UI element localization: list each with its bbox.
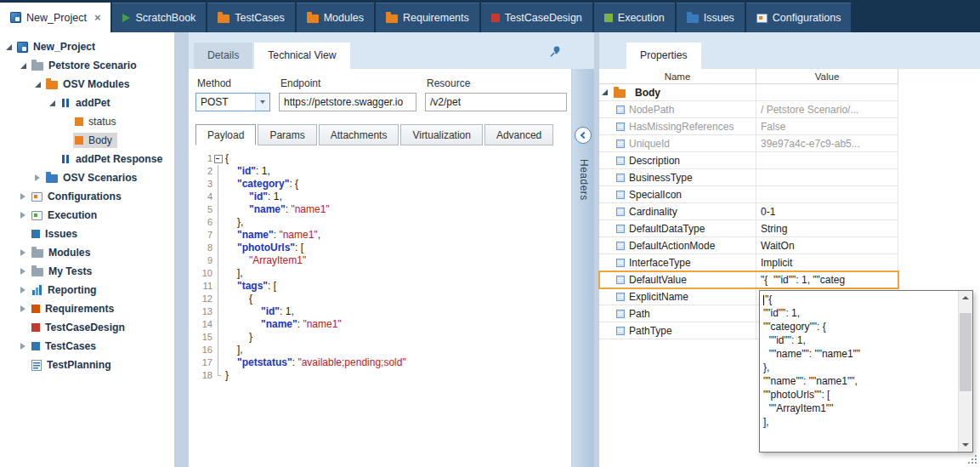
tree-item-execution[interactable]: Execution — [0, 206, 174, 225]
property-row-defaultdatatype[interactable]: DefaultDataType String — [599, 220, 898, 237]
tab-modules[interactable]: Modules — [297, 3, 374, 32]
tree-item-modules[interactable]: Modules — [0, 243, 174, 262]
testcases-icon — [31, 342, 40, 350]
popup-line: ""id"": 1, — [763, 333, 955, 347]
tab-scratchbook[interactable]: ScratchBook — [112, 3, 206, 32]
tab-requirements[interactable]: Requirements — [376, 3, 479, 32]
scrollbar-thumb[interactable] — [960, 313, 972, 391]
outline-marker — [212, 356, 224, 369]
collapse-arrow-icon[interactable] — [18, 304, 28, 314]
tab-technical-view[interactable]: Technical View — [254, 43, 349, 69]
tree-item-petstore-scenario[interactable]: Petstore Scenario — [0, 56, 174, 75]
code-line: ], — [225, 267, 571, 280]
property-row-defaultactionmode[interactable]: DefaultActionMode WaitOn — [599, 237, 898, 254]
expand-panel-button[interactable] — [575, 127, 592, 144]
collapse-arrow-icon[interactable] — [18, 285, 28, 295]
scroll-down-icon[interactable] — [959, 438, 972, 452]
resize-grip[interactable] — [967, 454, 978, 465]
tree-item-osv-scenarios[interactable]: OSV Scenarios — [0, 168, 174, 187]
expand-arrow-icon[interactable] — [47, 98, 57, 108]
tree-item-new-project[interactable]: New_Project — [0, 37, 174, 56]
collapse-arrow-icon[interactable] — [18, 191, 28, 202]
attribute-icon — [616, 191, 625, 199]
tab-params[interactable]: Params — [258, 124, 316, 145]
method-value: POST — [196, 96, 255, 108]
tab-label: Modules — [324, 12, 364, 24]
headers-collapsed-panel[interactable]: Headers — [571, 69, 594, 467]
property-row-defaultvalue[interactable]: DefaultValue "{ ""id"": 1, ""categ — [599, 271, 898, 288]
tab-new-project[interactable]: New_Project × — [0, 3, 110, 32]
tree-item-issues[interactable]: Issues — [0, 225, 174, 243]
popup-scrollbar[interactable] — [958, 291, 972, 452]
tab-attachments[interactable]: Attachments — [319, 124, 399, 145]
line-number: 1 — [195, 152, 212, 165]
line-number: 15 — [195, 331, 212, 344]
property-row-interfacetype[interactable]: InterfaceType Implicit — [599, 254, 898, 271]
tree-item-configurations[interactable]: Configurations — [0, 187, 174, 206]
resource-input[interactable] — [425, 93, 567, 111]
collapse-arrow-icon[interactable] — [18, 341, 28, 351]
tree-indent — [61, 117, 71, 127]
tab-testcasedesign[interactable]: TestCaseDesign — [481, 3, 592, 32]
scroll-up-icon[interactable] — [959, 291, 972, 305]
code-line: "name": "name1" — [225, 203, 571, 216]
endpoint-input[interactable] — [279, 93, 416, 111]
collapse-arrow-icon[interactable] — [32, 173, 42, 183]
code-line: "id": 1, — [225, 165, 571, 178]
tab-configurations[interactable]: Configurations — [746, 3, 852, 32]
collapse-arrow-icon[interactable] — [18, 210, 28, 220]
tree-item-addpet[interactable]: addPet — [0, 94, 174, 112]
property-row-specialicon[interactable]: SpecialIcon — [599, 186, 898, 203]
expand-arrow-icon[interactable] — [602, 89, 608, 95]
property-row-hasmissingreferences[interactable]: HasMissingReferences False — [599, 118, 898, 135]
collapse-arrow-icon[interactable] — [18, 248, 28, 258]
line-number: 6 — [195, 216, 212, 229]
tab-details[interactable]: Details — [194, 43, 252, 69]
tab-execution[interactable]: Execution — [594, 3, 675, 32]
tree-item-status[interactable]: status — [0, 112, 174, 131]
tree-item-osv-modules[interactable]: OSV Modules — [0, 75, 174, 94]
tab-payload[interactable]: Payload — [195, 124, 256, 145]
tree-item-addpet-response[interactable]: addPet Response — [0, 150, 174, 168]
property-row-body[interactable]: Body — [599, 84, 898, 101]
tab-properties[interactable]: Properties — [626, 43, 701, 69]
payload-editor[interactable]: 123456789101112131415161718 {"id": 1,"ca… — [195, 147, 571, 382]
tab-issues[interactable]: Issues — [677, 3, 745, 32]
pin-icon[interactable] — [548, 45, 562, 59]
default-value-editor-popup: "{""id"": 1,""category"": { ""id"": 1, "… — [759, 290, 973, 453]
popup-text[interactable]: "{""id"": 1,""category"": { ""id"": 1, "… — [761, 292, 957, 451]
tree-item-testcasedesign[interactable]: TestCaseDesign — [0, 318, 174, 337]
property-row-businesstype[interactable]: BusinessType — [599, 169, 898, 186]
defaultvalue-edit-field[interactable]: "{ ""id"": 1, ""categ — [756, 271, 898, 288]
code-line: { — [225, 293, 571, 305]
tree-item-requirements[interactable]: Requirements — [0, 299, 174, 318]
method-select[interactable]: POST — [195, 93, 270, 111]
config-icon — [756, 14, 768, 23]
property-row-description[interactable]: Description — [599, 152, 898, 169]
expand-arrow-icon[interactable] — [18, 60, 28, 71]
code-lines[interactable]: {"id": 1,"category": {"id": 1,"name": "n… — [224, 152, 571, 382]
attribute-icon — [616, 327, 625, 335]
tree-item-testcases[interactable]: TestCases — [0, 337, 174, 356]
tree-item-body[interactable]: Body — [0, 131, 174, 150]
column-header-value: Value — [756, 69, 898, 83]
line-number: 14 — [195, 318, 212, 331]
outline-marker[interactable] — [212, 152, 224, 165]
expand-arrow-icon[interactable] — [32, 79, 42, 89]
property-row-uniqueid[interactable]: UniqueId 39e97a4c-e7c9-ab5... — [599, 135, 898, 152]
tree-item-testplanning[interactable]: TestPlanning — [0, 356, 174, 374]
tree-item-reporting[interactable]: Reporting — [0, 281, 174, 299]
tab-testcases[interactable]: TestCases — [207, 3, 294, 32]
tree-item-my-tests[interactable]: My Tests — [0, 262, 174, 281]
tab-virtualization[interactable]: Virtualization — [400, 124, 482, 145]
collapse-arrow-icon[interactable] — [18, 266, 28, 276]
attribute-icon — [616, 157, 625, 165]
tab-advanced[interactable]: Advanced — [484, 124, 553, 145]
folder-icon — [46, 174, 58, 183]
property-row-nodepath[interactable]: NodePath / Petstore Scenario/... — [599, 101, 898, 118]
expand-arrow-icon[interactable] — [3, 42, 14, 52]
chevron-down-icon[interactable] — [255, 94, 269, 111]
tab-label: Issues — [704, 12, 734, 24]
property-row-cardinality[interactable]: Cardinality 0-1 — [599, 203, 898, 220]
close-tab-icon[interactable]: × — [94, 12, 101, 23]
